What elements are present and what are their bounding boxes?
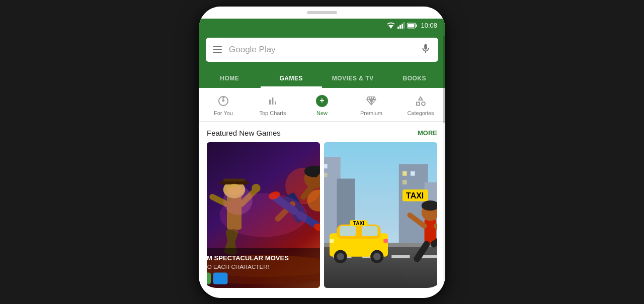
svg-rect-71	[421, 255, 437, 258]
svg-text:+: +	[319, 96, 324, 105]
svg-marker-0	[388, 25, 393, 29]
sub-nav-premium[interactable]: Premium	[347, 92, 396, 118]
svg-point-8	[223, 100, 224, 102]
svg-rect-41	[207, 272, 211, 284]
search-placeholder-text: Google Play	[229, 45, 413, 55]
sub-nav: For You Top Charts	[199, 88, 445, 122]
svg-rect-59	[411, 171, 415, 176]
sub-nav-for-you-label: For You	[214, 110, 233, 116]
phone-wrapper: 10:08 Google Play	[196, 4, 448, 300]
featured-header: Featured New Games MORE	[199, 122, 445, 142]
status-time: 10:08	[421, 22, 437, 29]
hamburger-menu-icon[interactable]	[213, 46, 222, 53]
signal-icon	[397, 22, 405, 29]
svg-rect-57	[324, 172, 328, 177]
sub-nav-categories-label: Categories	[407, 110, 434, 116]
svg-text:UNIQUE TO EACH CHARACTER!: UNIQUE TO EACH CHARACTER!	[207, 263, 269, 270]
tab-home[interactable]: HOME	[199, 68, 261, 88]
tab-books[interactable]: BOOKS	[384, 68, 446, 88]
sub-nav-top-charts-label: Top Charts	[259, 110, 286, 116]
phone-bottom	[199, 288, 445, 298]
game-card-2[interactable]: TAXI	[324, 142, 437, 288]
svg-point-35	[223, 186, 253, 215]
svg-rect-81	[383, 239, 388, 242]
diamond-icon	[364, 94, 378, 108]
chart-icon	[266, 94, 280, 108]
game-card-1[interactable]: PERFORM SPECTACULAR MOVES UNIQUE TO EACH…	[207, 142, 320, 288]
battery-icon	[407, 23, 417, 29]
compass-icon	[216, 94, 230, 108]
search-bar-container: Google Play	[199, 33, 445, 68]
scrollbar-track	[443, 122, 445, 288]
wifi-icon	[387, 22, 395, 29]
svg-text:TAXI: TAXI	[406, 191, 424, 199]
svg-text:TAXI: TAXI	[353, 221, 365, 226]
svg-rect-6	[416, 24, 417, 27]
sub-nav-new-label: New	[316, 110, 328, 116]
svg-rect-80	[330, 239, 334, 242]
microphone-icon[interactable]	[420, 43, 431, 56]
svg-rect-60	[403, 180, 407, 184]
sub-nav-top-charts[interactable]: Top Charts	[248, 92, 297, 118]
game-card-1-image: PERFORM SPECTACULAR MOVES UNIQUE TO EACH…	[207, 142, 320, 288]
new-icon: +	[315, 94, 329, 108]
svg-point-79	[373, 253, 381, 260]
categories-icon	[414, 94, 428, 108]
game-card-2-image: TAXI	[324, 142, 437, 288]
svg-rect-2	[399, 25, 401, 29]
svg-rect-74	[340, 226, 356, 236]
tab-games[interactable]: GAMES	[261, 68, 323, 88]
phone-top-bar	[199, 7, 445, 19]
svg-rect-4	[404, 22, 405, 29]
sub-nav-categories[interactable]: Categories	[396, 92, 445, 118]
status-bar: 10:08	[199, 19, 445, 33]
sub-nav-premium-label: Premium	[360, 110, 382, 116]
status-icons: 10:08	[387, 22, 437, 29]
more-link[interactable]: MORE	[418, 129, 437, 137]
sub-nav-for-you[interactable]: For You	[199, 92, 248, 118]
screen: 10:08 Google Play	[199, 19, 445, 288]
phone-frame: 10:08 Google Play	[199, 7, 445, 298]
sub-nav-new[interactable]: + New	[297, 92, 347, 118]
svg-rect-75	[362, 226, 378, 236]
hamburger-line-2	[213, 49, 222, 50]
phone-speaker	[307, 11, 337, 14]
featured-title: Featured New Games	[207, 129, 281, 137]
svg-rect-58	[403, 171, 407, 176]
svg-rect-70	[391, 255, 410, 258]
svg-rect-42	[213, 272, 227, 284]
nav-tabs: HOME GAMES MOVIES & TV BOOKS	[199, 68, 445, 88]
svg-rect-7	[408, 24, 415, 27]
featured-section: Featured New Games MORE	[199, 122, 445, 288]
tab-movies[interactable]: MOVIES & TV	[322, 68, 384, 88]
hamburger-line-3	[213, 52, 222, 53]
svg-rect-55	[324, 164, 328, 168]
svg-text:PERFORM SPECTACULAR MOVES: PERFORM SPECTACULAR MOVES	[207, 254, 289, 261]
svg-point-22	[252, 183, 260, 192]
games-grid: PERFORM SPECTACULAR MOVES UNIQUE TO EACH…	[199, 142, 445, 288]
svg-rect-1	[397, 27, 399, 29]
svg-point-77	[337, 253, 345, 260]
search-bar[interactable]: Google Play	[206, 38, 438, 62]
svg-rect-3	[401, 24, 403, 29]
hamburger-line-1	[213, 46, 222, 47]
scrollbar-thumb	[443, 122, 445, 123]
